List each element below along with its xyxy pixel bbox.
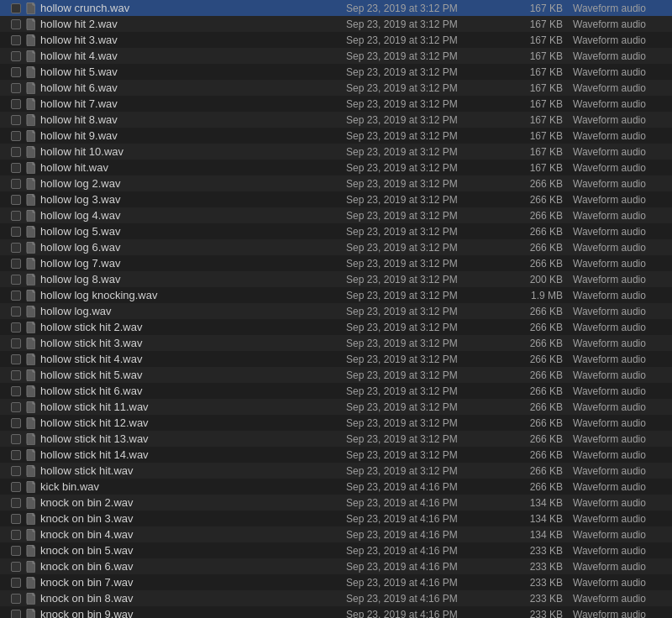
- file-icon: [25, 433, 37, 445]
- file-checkbox[interactable]: [11, 402, 21, 412]
- table-row[interactable]: hollow hit 3.wav Sep 23, 2019 at 3:12 PM…: [0, 32, 672, 48]
- checkbox-cell: [7, 243, 25, 253]
- table-row[interactable]: hollow log 6.wav Sep 23, 2019 at 3:12 PM…: [0, 239, 672, 255]
- file-checkbox[interactable]: [11, 259, 21, 269]
- file-checkbox[interactable]: [11, 530, 21, 540]
- file-checkbox[interactable]: [11, 610, 21, 619]
- file-checkbox[interactable]: [11, 115, 21, 125]
- file-size: 134 KB: [514, 513, 573, 525]
- file-checkbox[interactable]: [11, 498, 21, 508]
- file-icon: [25, 258, 37, 270]
- checkbox-cell: [7, 163, 25, 173]
- table-row[interactable]: hollow hit.wav Sep 23, 2019 at 3:12 PM 1…: [0, 160, 672, 175]
- file-checkbox[interactable]: [11, 482, 21, 492]
- table-row[interactable]: knock on bin 2.wav Sep 23, 2019 at 4:16 …: [0, 495, 672, 511]
- file-checkbox[interactable]: [11, 386, 21, 396]
- table-row[interactable]: hollow log 7.wav Sep 23, 2019 at 3:12 PM…: [0, 255, 672, 271]
- file-checkbox[interactable]: [11, 147, 21, 157]
- file-checkbox[interactable]: [11, 35, 21, 45]
- table-row[interactable]: hollow log knocking.wav Sep 23, 2019 at …: [0, 287, 672, 303]
- file-date: Sep 23, 2019 at 4:16 PM: [346, 593, 514, 605]
- table-row[interactable]: hollow stick hit 3.wav Sep 23, 2019 at 3…: [0, 335, 672, 351]
- file-checkbox[interactable]: [11, 370, 21, 380]
- file-checkbox[interactable]: [11, 3, 21, 13]
- file-checkbox[interactable]: [11, 51, 21, 61]
- file-checkbox[interactable]: [11, 83, 21, 93]
- file-checkbox[interactable]: [11, 466, 21, 476]
- file-icon: [25, 577, 37, 589]
- table-row[interactable]: hollow stick hit 4.wav Sep 23, 2019 at 3…: [0, 351, 672, 367]
- file-checkbox[interactable]: [11, 418, 21, 428]
- table-row[interactable]: hollow stick hit 13.wav Sep 23, 2019 at …: [0, 431, 672, 447]
- file-list: hollow crunch.wav Sep 23, 2019 at 3:12 P…: [0, 0, 672, 618]
- file-checkbox[interactable]: [11, 67, 21, 77]
- table-row[interactable]: knock on bin 4.wav Sep 23, 2019 at 4:16 …: [0, 526, 672, 542]
- table-row[interactable]: knock on bin 7.wav Sep 23, 2019 at 4:16 …: [0, 574, 672, 590]
- checkbox-cell: [7, 370, 25, 380]
- file-checkbox[interactable]: [11, 227, 21, 237]
- table-row[interactable]: hollow log 8.wav Sep 23, 2019 at 3:12 PM…: [0, 271, 672, 287]
- file-checkbox[interactable]: [11, 243, 21, 253]
- file-checkbox[interactable]: [11, 514, 21, 524]
- file-checkbox[interactable]: [11, 354, 21, 364]
- table-row[interactable]: knock on bin 8.wav Sep 23, 2019 at 4:16 …: [0, 590, 672, 606]
- table-row[interactable]: hollow hit 9.wav Sep 23, 2019 at 3:12 PM…: [0, 128, 672, 144]
- file-checkbox[interactable]: [11, 291, 21, 301]
- table-row[interactable]: hollow stick hit 5.wav Sep 23, 2019 at 3…: [0, 367, 672, 383]
- table-row[interactable]: hollow stick hit 11.wav Sep 23, 2019 at …: [0, 399, 672, 415]
- file-kind: Waveform audio: [573, 561, 665, 573]
- file-kind: Waveform audio: [573, 577, 665, 589]
- table-row[interactable]: hollow hit 10.wav Sep 23, 2019 at 3:12 P…: [0, 144, 672, 160]
- table-row[interactable]: hollow hit 4.wav Sep 23, 2019 at 3:12 PM…: [0, 48, 672, 64]
- table-row[interactable]: hollow log.wav Sep 23, 2019 at 3:12 PM 2…: [0, 303, 672, 319]
- file-checkbox[interactable]: [11, 211, 21, 221]
- table-row[interactable]: knock on bin 9.wav Sep 23, 2019 at 4:16 …: [0, 606, 672, 618]
- file-checkbox[interactable]: [11, 562, 21, 572]
- table-row[interactable]: hollow crunch.wav Sep 23, 2019 at 3:12 P…: [0, 0, 672, 16]
- table-row[interactable]: hollow hit 5.wav Sep 23, 2019 at 3:12 PM…: [0, 64, 672, 80]
- table-row[interactable]: hollow stick hit 12.wav Sep 23, 2019 at …: [0, 415, 672, 431]
- file-checkbox[interactable]: [11, 19, 21, 29]
- file-name: hollow stick hit 11.wav: [40, 401, 346, 413]
- file-size: 167 KB: [514, 114, 573, 126]
- table-row[interactable]: hollow log 2.wav Sep 23, 2019 at 3:12 PM…: [0, 175, 672, 191]
- file-checkbox[interactable]: [11, 99, 21, 109]
- file-date: Sep 23, 2019 at 3:12 PM: [346, 50, 514, 62]
- file-checkbox[interactable]: [11, 322, 21, 333]
- file-checkbox[interactable]: [11, 594, 21, 604]
- file-checkbox[interactable]: [11, 338, 21, 348]
- table-row[interactable]: hollow stick hit 2.wav Sep 23, 2019 at 3…: [0, 319, 672, 335]
- table-row[interactable]: hollow hit 8.wav Sep 23, 2019 at 3:12 PM…: [0, 112, 672, 128]
- file-checkbox[interactable]: [11, 578, 21, 588]
- checkbox-cell: [7, 291, 25, 301]
- file-name: hollow stick hit.wav: [40, 464, 346, 477]
- file-checkbox[interactable]: [11, 450, 21, 460]
- file-checkbox[interactable]: [11, 275, 21, 285]
- file-checkbox[interactable]: [11, 131, 21, 141]
- table-row[interactable]: knock on bin 5.wav Sep 23, 2019 at 4:16 …: [0, 542, 672, 558]
- file-checkbox[interactable]: [11, 306, 21, 317]
- table-row[interactable]: hollow hit 2.wav Sep 23, 2019 at 3:12 PM…: [0, 16, 672, 32]
- file-icon: [25, 146, 37, 158]
- file-size: 266 KB: [514, 210, 573, 222]
- table-row[interactable]: hollow log 3.wav Sep 23, 2019 at 3:12 PM…: [0, 191, 672, 207]
- file-checkbox[interactable]: [11, 546, 21, 556]
- table-row[interactable]: knock on bin 6.wav Sep 23, 2019 at 4:16 …: [0, 558, 672, 574]
- table-row[interactable]: kick bin.wav Sep 23, 2019 at 4:16 PM 266…: [0, 479, 672, 495]
- table-row[interactable]: hollow stick hit.wav Sep 23, 2019 at 3:1…: [0, 463, 672, 479]
- file-checkbox[interactable]: [11, 195, 21, 205]
- file-checkbox[interactable]: [11, 163, 21, 173]
- table-row[interactable]: hollow log 5.wav Sep 23, 2019 at 3:12 PM…: [0, 223, 672, 239]
- file-size: 266 KB: [514, 354, 573, 365]
- file-icon: [25, 3, 37, 14]
- table-row[interactable]: hollow stick hit 6.wav Sep 23, 2019 at 3…: [0, 383, 672, 399]
- file-checkbox[interactable]: [11, 434, 21, 444]
- file-icon: [25, 529, 37, 541]
- file-icon: [25, 593, 37, 605]
- table-row[interactable]: hollow hit 6.wav Sep 23, 2019 at 3:12 PM…: [0, 80, 672, 96]
- table-row[interactable]: knock on bin 3.wav Sep 23, 2019 at 4:16 …: [0, 511, 672, 526]
- file-checkbox[interactable]: [11, 179, 21, 189]
- table-row[interactable]: hollow log 4.wav Sep 23, 2019 at 3:12 PM…: [0, 207, 672, 223]
- table-row[interactable]: hollow hit 7.wav Sep 23, 2019 at 3:12 PM…: [0, 96, 672, 112]
- table-row[interactable]: hollow stick hit 14.wav Sep 23, 2019 at …: [0, 447, 672, 463]
